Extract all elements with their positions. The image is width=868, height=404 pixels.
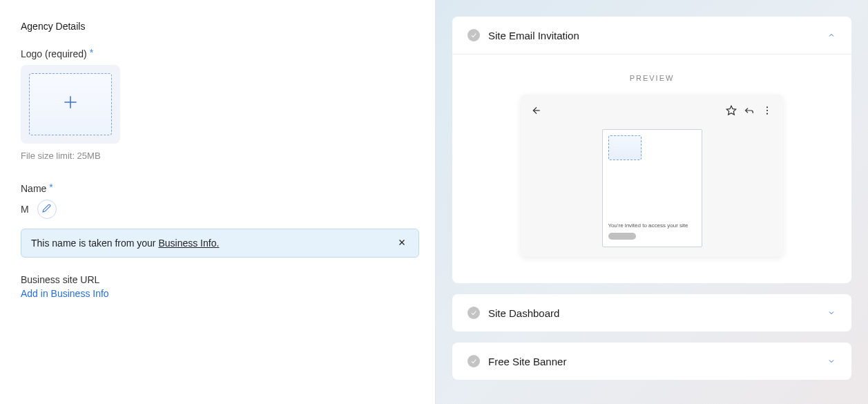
card-header-email[interactable]: Site Email Invitation bbox=[452, 17, 851, 55]
email-preview-frame: You're invited to access your site bbox=[521, 95, 783, 257]
chevron-down-icon bbox=[827, 308, 836, 318]
back-arrow-icon bbox=[530, 104, 543, 117]
card-title: Site Dashboard bbox=[488, 307, 818, 319]
pencil-icon bbox=[42, 204, 51, 215]
name-section: Name * M bbox=[21, 183, 414, 219]
card-header-banner[interactable]: Free Site Banner bbox=[452, 343, 851, 380]
name-info-banner: This name is taken from your Business In… bbox=[21, 229, 419, 258]
email-logo-placeholder bbox=[608, 135, 642, 160]
email-body: You're invited to access your site bbox=[602, 129, 702, 247]
close-icon[interactable] bbox=[395, 238, 409, 249]
check-icon bbox=[467, 307, 480, 319]
svg-marker-5 bbox=[726, 106, 735, 115]
business-url-section: Business site URL Add in Business Info bbox=[21, 274, 414, 299]
business-info-link[interactable]: Business Info. bbox=[158, 238, 219, 249]
section-title: Agency Details bbox=[21, 21, 414, 32]
svg-point-7 bbox=[766, 110, 768, 111]
name-label: Name * bbox=[21, 183, 414, 194]
email-toolbar bbox=[530, 104, 773, 117]
card-title: Free Site Banner bbox=[488, 356, 818, 367]
logo-upload-area[interactable] bbox=[21, 65, 120, 144]
site-dashboard-card: Site Dashboard bbox=[452, 294, 851, 331]
info-text: This name is taken from your Business In… bbox=[31, 238, 219, 249]
url-label: Business site URL bbox=[21, 274, 414, 285]
plus-icon bbox=[61, 93, 79, 116]
svg-point-8 bbox=[766, 113, 768, 115]
name-value: M bbox=[21, 204, 29, 215]
name-row: M bbox=[21, 200, 414, 219]
required-asterisk: * bbox=[90, 48, 93, 57]
preview-label: PREVIEW bbox=[494, 74, 810, 82]
check-icon bbox=[467, 29, 480, 41]
preview-panel: Site Email Invitation PREVIEW bbox=[436, 0, 868, 404]
card-title: Site Email Invitation bbox=[488, 30, 818, 41]
email-cta-placeholder bbox=[608, 233, 636, 240]
edit-name-button[interactable] bbox=[37, 200, 57, 219]
required-asterisk: * bbox=[49, 182, 52, 192]
site-email-invitation-card: Site Email Invitation PREVIEW bbox=[452, 17, 851, 283]
email-invite-text: You're invited to access your site bbox=[608, 222, 696, 229]
agency-details-panel: Agency Details Logo (required) * File si… bbox=[0, 0, 436, 404]
reply-icon bbox=[743, 104, 755, 117]
check-icon bbox=[467, 355, 480, 367]
email-preview-area: PREVIEW bbox=[452, 55, 851, 283]
svg-point-6 bbox=[766, 106, 768, 108]
chevron-down-icon bbox=[827, 356, 836, 366]
more-dots-icon bbox=[761, 104, 773, 117]
star-icon bbox=[725, 104, 737, 117]
logo-upload-box[interactable] bbox=[29, 73, 112, 135]
free-site-banner-card: Free Site Banner bbox=[452, 343, 851, 380]
logo-label: Logo (required) * bbox=[21, 48, 414, 59]
card-header-dashboard[interactable]: Site Dashboard bbox=[452, 294, 851, 331]
file-size-hint: File size limit: 25MB bbox=[21, 151, 414, 161]
chevron-up-icon bbox=[827, 30, 836, 40]
add-business-info-link[interactable]: Add in Business Info bbox=[21, 288, 414, 299]
